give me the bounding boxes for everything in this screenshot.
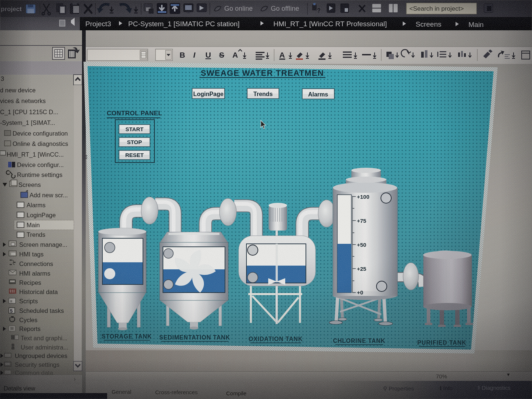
svg-text:Scheduled tasks: Scheduled tasks — [19, 307, 64, 314]
svg-text:vices & networks: vices & networks — [0, 98, 46, 104]
svg-text:Recipes: Recipes — [19, 279, 41, 286]
svg-text:B: B — [180, 51, 185, 59]
svg-text:Security settings: Security settings — [15, 361, 59, 368]
svg-text:Text and graphi...: Text and graphi... — [21, 335, 68, 341]
svg-text:C_1 [CPU 1215C D...: C_1 [CPU 1215C D... — [0, 109, 58, 116]
svg-text:-System_1 [SIMAT...: -System_1 [SIMAT... — [0, 119, 55, 126]
svg-text:Project3: Project3 — [85, 20, 111, 28]
svg-text:Online & diagnostics: Online & diagnostics — [13, 140, 68, 147]
svg-text:Runtime settings: Runtime settings — [17, 171, 62, 178]
svg-text:Cycles: Cycles — [19, 317, 38, 323]
svg-text:Alarms: Alarms — [27, 202, 45, 208]
svg-text:Historical data: Historical data — [19, 289, 58, 295]
svg-text:LoginPage: LoginPage — [27, 212, 56, 218]
svg-text:Main: Main — [27, 222, 40, 228]
svg-text:HMI_RT_1 [WinCC...: HMI_RT_1 [WinCC... — [7, 151, 64, 158]
svg-text:Scripts: Scripts — [19, 298, 38, 304]
svg-text:d new device: d new device — [0, 87, 35, 93]
svg-text:3: 3 — [1, 75, 4, 82]
svg-text:Device configur...: Device configur... — [17, 161, 64, 168]
svg-text:S: S — [219, 51, 224, 59]
svg-text:Reports: Reports — [19, 325, 41, 332]
svg-text:≡: ≡ — [10, 299, 12, 303]
svg-text:HMI_RT_1 [WinCC RT Professiona: HMI_RT_1 [WinCC RT Professional] — [273, 20, 387, 28]
svg-text:PC-System_1 [SIMATIC PC statio: PC-System_1 [SIMATIC PC station] — [128, 20, 240, 28]
svg-text:HMI alarms: HMI alarms — [19, 270, 50, 277]
svg-text:Screens: Screens — [416, 20, 441, 28]
svg-text:Screens: Screens — [18, 181, 41, 188]
svg-text:Add new scr...: Add new scr... — [30, 192, 68, 198]
svg-text:Go offline: Go offline — [271, 5, 299, 12]
svg-text:Trends: Trends — [27, 231, 45, 238]
svg-text:U: U — [205, 51, 211, 59]
svg-text:Connections: Connections — [19, 260, 53, 267]
svg-text:HMI tags: HMI tags — [19, 251, 44, 258]
svg-text:I: I — [193, 51, 196, 59]
svg-text:Go online: Go online — [224, 5, 253, 12]
svg-text:Main: Main — [468, 21, 484, 28]
svg-text:A: A — [279, 51, 285, 59]
svg-text:User administra...: User administra... — [21, 344, 68, 351]
svg-text:Common data: Common data — [15, 369, 53, 376]
svg-text:Ungrouped devices: Ungrouped devices — [15, 352, 67, 359]
svg-text:<Search in project>: <Search in project> — [409, 5, 464, 12]
svg-text:A: A — [232, 51, 238, 59]
svg-text:Screen manage...: Screen manage... — [19, 241, 67, 248]
svg-text:Device configuration: Device configuration — [13, 130, 68, 137]
svg-text:?: ? — [317, 7, 321, 14]
svg-text:5: 5 — [10, 308, 13, 314]
